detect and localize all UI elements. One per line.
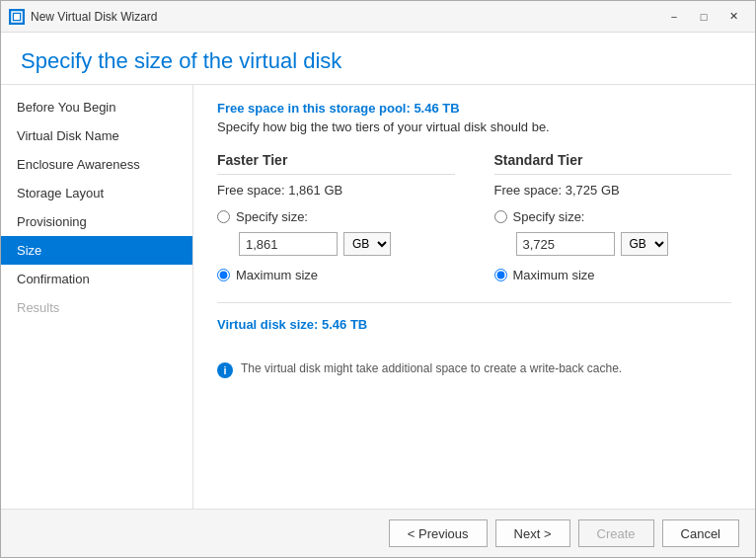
app-icon [9,9,25,25]
faster-tier-size-input-row: GB TB [239,232,455,256]
standard-tier: Standard Tier Free space: 3,725 GB Speci… [494,152,732,282]
faster-tier-unit-select[interactable]: GB TB [343,232,391,256]
standard-tier-specify-label[interactable]: Specify size: [494,209,585,224]
standard-tier-title: Standard Tier [494,152,732,175]
faster-tier-specify-radio[interactable] [217,210,230,223]
sidebar-item-storage-layout[interactable]: Storage Layout [1,179,192,207]
page-header: Specify the size of the virtual disk [1,33,755,85]
standard-tier-max-radio[interactable] [494,269,507,281]
standard-tier-free-space: Free space: 3,725 GB [494,183,732,198]
page-title: Specify the size of the virtual disk [21,48,735,74]
tiers-container: Faster Tier Free space: 1,861 GB Specify… [217,152,731,282]
sidebar-item-confirmation[interactable]: Confirmation [1,265,192,293]
sidebar-item-results: Results [1,293,192,322]
faster-tier-title: Faster Tier [217,152,455,175]
window: New Virtual Disk Wizard − □ ✕ Specify th… [0,0,756,558]
faster-tier-max-radio[interactable] [217,269,230,281]
create-button[interactable]: Create [578,519,654,547]
info-row: i The virtual disk might take additional… [217,361,731,378]
faster-tier-specify-label[interactable]: Specify size: [217,209,308,224]
standard-tier-max-label[interactable]: Maximum size [494,268,595,282]
info-text: The virtual disk might take additional s… [241,361,622,375]
minimize-button[interactable]: − [660,7,688,27]
close-button[interactable]: ✕ [719,7,747,27]
info-icon: i [217,362,233,378]
window-title: New Virtual Disk Wizard [31,10,660,24]
sidebar-item-before-you-begin[interactable]: Before You Begin [1,93,192,121]
standard-tier-specify-row: Specify size: [494,209,732,224]
faster-tier-max-text: Maximum size [236,268,318,282]
faster-tier-max-label[interactable]: Maximum size [217,268,318,282]
subtitle: Specify how big the two tiers of your vi… [217,120,731,134]
standard-tier-specify-radio[interactable] [494,210,507,223]
window-controls: − □ ✕ [660,7,747,27]
standard-tier-max-text: Maximum size [513,268,595,282]
faster-tier: Faster Tier Free space: 1,861 GB Specify… [217,152,455,282]
standard-tier-size-input-row: GB TB [516,232,732,256]
divider [217,302,731,303]
faster-tier-size-input[interactable] [239,232,338,256]
standard-tier-specify-text: Specify size: [513,209,585,224]
next-button[interactable]: Next > [495,519,570,547]
cancel-button[interactable]: Cancel [662,519,739,547]
previous-button[interactable]: < Previous [389,519,488,547]
maximize-button[interactable]: □ [690,7,718,27]
content-area: Free space in this storage pool: 5.46 TB… [193,85,755,509]
svg-rect-1 [14,14,20,20]
sidebar: Before You Begin Virtual Disk Name Enclo… [1,85,193,509]
sidebar-item-virtual-disk-name[interactable]: Virtual Disk Name [1,121,192,150]
faster-tier-specify-text: Specify size: [236,209,308,224]
title-bar: New Virtual Disk Wizard − □ ✕ [1,1,755,33]
sidebar-item-enclosure-awareness[interactable]: Enclosure Awareness [1,150,192,179]
footer: < Previous Next > Create Cancel [1,509,755,557]
faster-tier-max-size-row: Maximum size [217,268,455,282]
faster-tier-specify-row: Specify size: [217,209,455,224]
free-space-header: Free space in this storage pool: 5.46 TB [217,101,731,116]
sidebar-item-size[interactable]: Size [1,236,192,265]
standard-tier-unit-select[interactable]: GB TB [621,232,668,256]
standard-tier-size-input[interactable] [516,232,615,256]
main-content: Before You Begin Virtual Disk Name Enclo… [1,85,755,509]
virtual-disk-size: Virtual disk size: 5.46 TB [217,317,731,332]
sidebar-item-provisioning[interactable]: Provisioning [1,207,192,236]
standard-tier-max-size-row: Maximum size [494,268,732,282]
faster-tier-free-space: Free space: 1,861 GB [217,183,455,198]
